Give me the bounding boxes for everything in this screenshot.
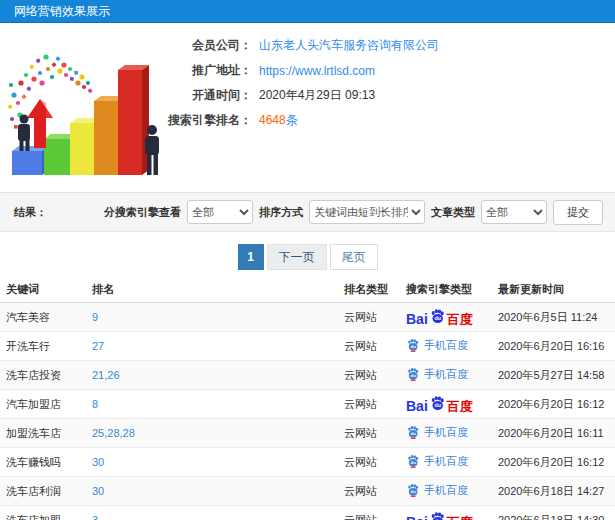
rank-value-link[interactable]: 3 [92, 514, 98, 520]
svg-text:du: du [411, 431, 417, 436]
baidu-logo-bai: Bai [406, 399, 428, 413]
info-row: 开通时间：2020年4月29日 09:13 [148, 83, 439, 108]
rank-value-link[interactable]: 30 [92, 456, 104, 468]
engine-filter-label: 分搜索引擎查看 [104, 205, 181, 220]
mobile-baidu-label: 手机百度 [424, 338, 468, 353]
rank-type-cell: 云网站 [340, 506, 402, 520]
info-label: 会员公司： [148, 37, 252, 54]
info-row: 推广地址：https://www.lrtlsd.com [148, 58, 439, 83]
baidu-paw-icon: du [406, 367, 420, 381]
updated-time-cell: 2020年6月18日 14:30 [494, 506, 615, 520]
info-value: 2020年4月29日 09:13 [259, 87, 375, 104]
growth-bar-chart-illustration [2, 27, 164, 187]
mobile-baidu-label: 手机百度 [424, 425, 468, 440]
mobile-baidu-logo: du手机百度 [406, 425, 468, 440]
baidu-logo-cn: 百度 [447, 516, 473, 520]
marketing-report-page: 网络营销效果展示 [0, 0, 615, 520]
growth-chart-clipart-svg [2, 27, 164, 187]
rank-value-link[interactable]: 21,26 [92, 369, 120, 381]
mobile-baidu-logo: du手机百度 [406, 483, 468, 498]
mobile-baidu-logo: du手机百度 [406, 338, 468, 353]
svg-text:du: du [411, 373, 417, 378]
rank-type-cell: 云网站 [340, 361, 402, 390]
next-page-button[interactable]: 下一页 [267, 244, 327, 270]
table-row: 洗车店加盟3云网站Baidu百度2020年6月18日 14:30 [0, 506, 615, 520]
rank-value-link[interactable]: 30 [92, 485, 104, 497]
keyword-cell: 洗车赚钱吗 [0, 448, 88, 477]
result-label: 结果： [14, 205, 47, 220]
baidu-logo: Baidu百度 [406, 511, 473, 520]
filter-controls: 分搜索引擎查看 全部 排序方式 关键词由短到长排序 文章类型 全部 提交 [104, 200, 603, 225]
svg-text:du: du [411, 460, 417, 465]
page-1-button[interactable]: 1 [238, 244, 264, 270]
rank-type-cell: 云网站 [340, 390, 402, 419]
engine-cell: du手机百度 [402, 477, 494, 506]
rank-value-link[interactable]: 25,28,28 [92, 427, 135, 439]
filter-bar: 结果： 分搜索引擎查看 全部 排序方式 关键词由短到长排序 文章类型 全部 提交 [0, 192, 615, 232]
submit-button[interactable]: 提交 [553, 200, 603, 225]
keyword-cell: 洗车店加盟 [0, 506, 88, 520]
bar-blue [12, 146, 49, 175]
last-page-button[interactable]: 尾页 [330, 244, 378, 270]
page-title: 网络营销效果展示 [14, 4, 110, 18]
article-type-select[interactable]: 全部 [481, 200, 547, 224]
info-label: 搜索引擎排名： [148, 112, 252, 129]
svg-text:du: du [411, 489, 417, 494]
businessman-left [18, 115, 30, 152]
rank-cell: 25,28,28 [88, 419, 340, 448]
sort-label: 排序方式 [259, 205, 303, 220]
rank-type-cell: 云网站 [340, 303, 402, 332]
svg-text:du: du [434, 315, 440, 321]
engine-cell: du手机百度 [402, 419, 494, 448]
info-value-link[interactable]: https://www.lrtlsd.com [259, 64, 375, 78]
baidu-paw-icon: du [429, 395, 446, 412]
rank-value-link[interactable]: 8 [92, 398, 98, 410]
info-value: 4648条 [259, 112, 298, 129]
pagination: 1 下一页 尾页 [0, 244, 615, 270]
baidu-logo-cn: 百度 [447, 313, 473, 326]
table-row: 洗车赚钱吗30云网站du手机百度2020年6月20日 16:12 [0, 448, 615, 477]
engine-rank-unit: 条 [286, 113, 298, 127]
table-header-row: 关键词 排名 排名类型 搜索引擎类型 最新更新时间 [0, 276, 615, 303]
updated-time-cell: 2020年6月18日 14:27 [494, 477, 615, 506]
baidu-paw-icon: du [406, 483, 420, 497]
mobile-baidu-label: 手机百度 [424, 483, 468, 498]
col-engine-type: 搜索引擎类型 [402, 276, 494, 303]
baidu-paw-icon: du [406, 425, 420, 439]
rank-type-cell: 云网站 [340, 419, 402, 448]
table-row: 洗车店投资21,26云网站du手机百度2020年5月27日 14:58 [0, 361, 615, 390]
bar-red [118, 65, 149, 175]
updated-time-cell: 2020年6月5日 11:24 [494, 303, 615, 332]
keyword-cell: 洗车店利润 [0, 477, 88, 506]
col-rank-type: 排名类型 [340, 276, 402, 303]
info-value-link[interactable]: 山东老人头汽车服务咨询有限公司 [259, 37, 439, 54]
mobile-baidu-label: 手机百度 [424, 367, 468, 382]
updated-time-cell: 2020年6月20日 16:12 [494, 390, 615, 419]
baidu-paw-icon: du [406, 454, 420, 468]
rank-value-link[interactable]: 27 [92, 340, 104, 352]
baidu-logo: Baidu百度 [406, 308, 473, 326]
table-row: 汽车加盟店8云网站Baidu百度2020年6月20日 16:12 [0, 390, 615, 419]
sort-select[interactable]: 关键词由短到长排序 [309, 200, 425, 224]
engine-cell: Baidu百度 [402, 303, 494, 332]
baidu-logo-bai: Bai [406, 515, 428, 520]
keyword-cell: 开洗车行 [0, 332, 88, 361]
engine-filter-select[interactable]: 全部 [187, 200, 253, 224]
baidu-logo-bai: Bai [406, 312, 428, 326]
info-row: 搜索引擎排名：4648条 [148, 108, 439, 133]
table-row: 开洗车行27云网站du手机百度2020年6月20日 16:16 [0, 332, 615, 361]
info-label: 推广地址： [148, 62, 252, 79]
rank-cell: 8 [88, 390, 340, 419]
engine-cell: du手机百度 [402, 448, 494, 477]
member-info-section: 会员公司：山东老人头汽车服务咨询有限公司推广地址：https://www.lrt… [0, 23, 615, 192]
rank-cell: 30 [88, 448, 340, 477]
table-row: 汽车美容9云网站Baidu百度2020年6月5日 11:24 [0, 303, 615, 332]
mobile-baidu-logo: du手机百度 [406, 454, 468, 469]
article-type-label: 文章类型 [431, 205, 475, 220]
rank-cell: 3 [88, 506, 340, 520]
rank-type-cell: 云网站 [340, 332, 402, 361]
baidu-logo: Baidu百度 [406, 395, 473, 413]
engine-cell: Baidu百度 [402, 506, 494, 520]
rank-value-link[interactable]: 9 [92, 311, 98, 323]
col-rank: 排名 [88, 276, 340, 303]
